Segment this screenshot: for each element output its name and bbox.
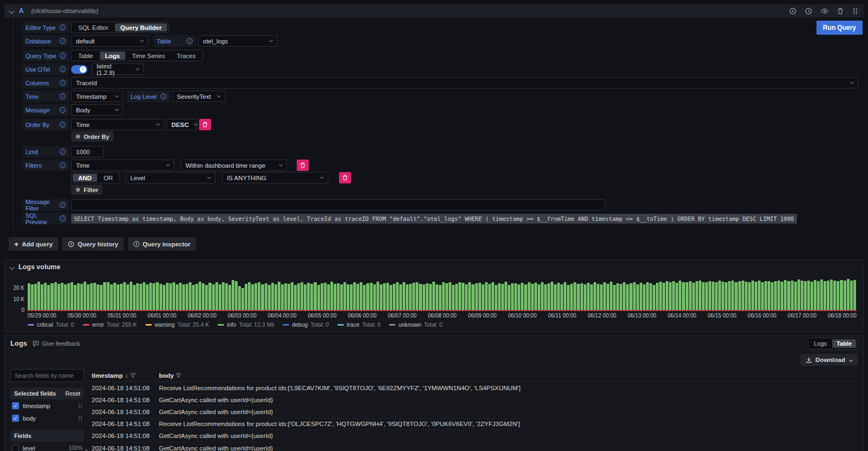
body-column-header[interactable]: body [159, 372, 174, 379]
add-order-by-button[interactable]: ⊕ Order By [71, 131, 113, 142]
time-column-select[interactable]: Timestamp [71, 91, 123, 102]
volume-bar [123, 282, 126, 311]
filter-operator-select[interactable]: Within dashboard time range [181, 160, 287, 171]
info-icon[interactable]: i [60, 149, 66, 155]
tab-traces[interactable]: Traces [171, 52, 201, 60]
volume-bar [501, 284, 504, 311]
info-icon[interactable]: i [60, 38, 66, 44]
datasource-help-icon[interactable] [789, 8, 796, 15]
tab-logs[interactable]: Logs [100, 52, 125, 60]
remove-query-trash-icon[interactable] [837, 8, 844, 15]
checkbox-unchecked-icon[interactable] [12, 444, 19, 451]
legend-label[interactable]: error [92, 321, 104, 328]
tab-table[interactable]: Table [73, 52, 99, 60]
tab-query-builder[interactable]: Query Builder [115, 23, 167, 31]
field-level[interactable]: level 100% [10, 442, 84, 451]
selected-field-timestamp[interactable]: ✓ timestamp [10, 399, 84, 412]
use-otel-toggle[interactable]: ✓ [71, 65, 87, 74]
grafana-explore-page: A (clickhouse-observability) Run Query E… [0, 0, 868, 451]
remove-order-by-button[interactable] [199, 119, 211, 130]
table-select[interactable]: otel_logs [198, 35, 277, 47]
run-query-button[interactable]: Run Query [816, 21, 863, 35]
remove-filter-button[interactable] [297, 160, 309, 171]
legend-label[interactable]: trace [347, 321, 359, 328]
filter-funnel-icon[interactable] [176, 373, 181, 378]
reset-fields-button[interactable]: Reset [66, 390, 80, 397]
drag-handle-icon[interactable] [852, 8, 858, 15]
download-button[interactable]: Download [800, 354, 858, 366]
legend-total: Total: 0 [310, 321, 329, 328]
info-icon[interactable]: i [60, 202, 66, 208]
volume-bar [620, 284, 622, 311]
legend-label[interactable]: unknown [398, 321, 421, 328]
info-icon[interactable]: i [60, 53, 66, 59]
give-feedback-link[interactable]: Give feedback [33, 340, 80, 347]
view-option-logs[interactable]: Logs [809, 339, 831, 348]
add-filter-button[interactable]: ⊕ Filter [71, 185, 103, 195]
or-option[interactable]: OR [98, 174, 118, 182]
otel-version-select[interactable]: latest (1.2.9) [92, 63, 144, 75]
logs-panel-title[interactable]: Logs [10, 339, 27, 347]
log-table-row[interactable]: 2024-06-18 14:51:08Receive ListRecommend… [90, 418, 858, 430]
info-icon[interactable]: i [60, 80, 66, 86]
legend-label[interactable]: critical [37, 321, 53, 328]
timestamp-column-header[interactable]: timestamp [92, 372, 123, 379]
info-icon[interactable]: i [60, 107, 66, 113]
legend-label[interactable]: debug [292, 321, 308, 328]
info-icon[interactable]: i [60, 24, 66, 30]
query-history-button[interactable]: Query history [62, 237, 124, 251]
log-table-row[interactable]: 2024-06-18 14:51:08GetCartAsync called w… [90, 394, 858, 406]
legend-total: Total: 255 K [107, 321, 137, 328]
remove-filter2-button[interactable] [339, 172, 351, 183]
log-table-row[interactable]: 2024-06-18 14:51:08GetCartAsync called w… [90, 406, 858, 418]
log-table-row[interactable]: 2024-06-18 14:51:08GetCartAsync called w… [90, 430, 858, 442]
query-history-icon[interactable] [805, 8, 812, 15]
view-option-table[interactable]: Table [832, 339, 856, 348]
info-icon[interactable]: i [60, 162, 66, 168]
logs-volume-title[interactable]: Logs volume [18, 263, 60, 271]
x-tick-label: 06/13 00:00 [628, 313, 656, 319]
query-inspector-button[interactable]: i Query inspector [128, 237, 196, 251]
filter2-operator-select[interactable]: IS ANYTHING [222, 172, 328, 183]
checkbox-checked-icon[interactable]: ✓ [12, 415, 19, 422]
database-select[interactable]: default [71, 35, 148, 47]
log-level-select[interactable]: SeverityText [172, 91, 225, 102]
volume-bar [791, 281, 794, 311]
volume-bar [728, 281, 731, 311]
info-icon[interactable]: i [60, 93, 66, 99]
info-icon[interactable]: i [60, 66, 66, 72]
log-table-row[interactable]: 2024-06-18 14:51:08Receive ListRecommend… [90, 382, 858, 394]
tab-sql-editor[interactable]: SQL Editor [73, 23, 114, 31]
checkbox-checked-icon[interactable]: ✓ [12, 402, 19, 409]
order-by-field-select[interactable]: Time [71, 119, 164, 130]
message-column-select[interactable]: Body [71, 104, 123, 116]
tab-time-series[interactable]: Time Series [126, 52, 170, 60]
drag-handle-icon[interactable] [78, 416, 82, 421]
chevron-down-icon[interactable] [9, 8, 15, 14]
message-filter-input[interactable] [71, 199, 605, 211]
legend-label[interactable]: info [227, 321, 236, 328]
info-icon[interactable]: i [161, 93, 167, 99]
add-query-button[interactable]: + Add query [9, 237, 58, 251]
order-by-direction-select[interactable]: DESC [167, 119, 197, 130]
filter-field-select[interactable]: Time [71, 160, 174, 171]
volume-bar [136, 283, 139, 311]
drag-handle-icon[interactable] [78, 403, 82, 409]
info-icon[interactable]: i [187, 38, 193, 44]
legend-color-dash [28, 324, 34, 326]
columns-multiselect[interactable]: TraceId [71, 77, 858, 88]
and-option[interactable]: AND [73, 174, 97, 182]
sort-desc-icon[interactable]: ↓ [125, 372, 129, 379]
chevron-down-icon[interactable] [10, 264, 15, 270]
selected-field-body[interactable]: ✓ body [10, 412, 84, 424]
query-row-header[interactable]: A (clickhouse-observability) [4, 4, 864, 17]
log-table-row[interactable]: 2024-06-18 14:51:08GetCartAsync called w… [90, 442, 858, 451]
info-icon[interactable]: i [60, 215, 66, 221]
legend-label[interactable]: warning [155, 321, 175, 328]
search-fields-input[interactable] [10, 369, 84, 382]
filter-funnel-icon[interactable] [130, 373, 136, 378]
info-icon[interactable]: i [60, 122, 66, 128]
limit-input[interactable]: 1000 [71, 146, 104, 157]
hide-response-eye-icon[interactable] [821, 8, 828, 15]
filter2-field-select[interactable]: Level [125, 172, 215, 183]
